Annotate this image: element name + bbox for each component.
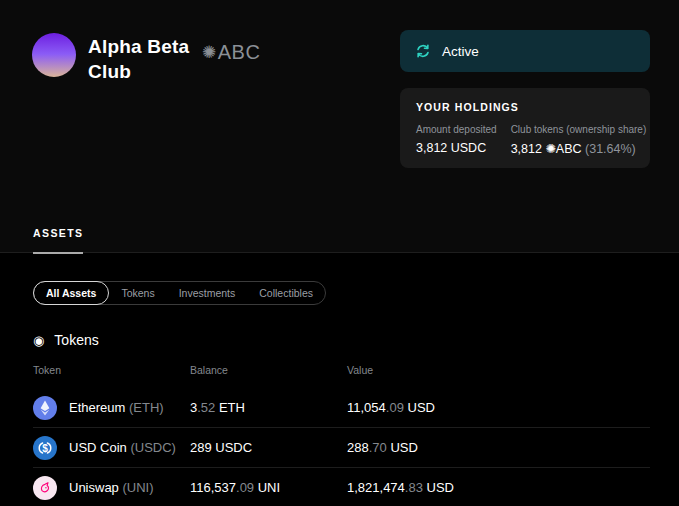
holdings-title: YOUR HOLDINGS (416, 101, 634, 113)
token-ticker: (UNI) (122, 480, 153, 495)
column-header-token: Token (33, 364, 190, 376)
filter-tokens[interactable]: Tokens (109, 281, 166, 305)
asset-filter-group: All Assets Tokens Investments Collectibl… (33, 281, 326, 305)
column-header-balance: Balance (190, 364, 347, 376)
tokens-section-title: Tokens (54, 332, 98, 348)
token-value: 288.70 USD (347, 440, 650, 455)
status-button[interactable]: Active (400, 30, 650, 72)
amount-deposited-value: 3,812 USDC (416, 141, 497, 155)
token-symbol-label: ABC (218, 41, 261, 64)
token-name: Ethereum (ETH) (69, 400, 164, 415)
filter-investments[interactable]: Investments (167, 281, 248, 305)
svg-text:$: $ (42, 442, 48, 453)
club-page: Alpha Beta Club ✺ABC Active YOUR HOLDING… (0, 0, 679, 506)
amount-deposited: Amount deposited 3,812 USDC (416, 124, 497, 156)
token-value: 11,054.09 USD (347, 400, 650, 415)
club-token-symbol: ✺ABC (202, 41, 260, 64)
page-title: Alpha Beta Club (88, 34, 210, 84)
tokens-section-header: ◉ Tokens (33, 332, 99, 348)
uniswap-icon (33, 476, 57, 500)
target-icon: ◉ (33, 334, 44, 347)
token-value: 1,821,474.83 USD (347, 480, 650, 495)
token-name: Uniswap (UNI) (69, 480, 154, 495)
column-header-value: Value (347, 364, 650, 376)
holdings-columns: Amount deposited 3,812 USDC Club tokens … (416, 124, 634, 156)
table-row-uniswap: Uniswap (UNI) 116,537.09 UNI 1,821,474.8… (33, 467, 650, 506)
table-row-usd-coin: $ USD Coin (USDC) 289 USDC 288.70 USD (33, 427, 650, 467)
club-tokens-value: 3,812 ✺ABC (31.64%) (511, 141, 647, 156)
token-ticker: (USDC) (130, 440, 176, 455)
token-name: USD Coin (USDC) (69, 440, 176, 455)
club-avatar (32, 33, 76, 77)
table-header-row: Token Balance Value (33, 364, 650, 388)
club-tokens-label: Club tokens (ownership share) (511, 124, 647, 135)
your-holdings-card: YOUR HOLDINGS Amount deposited 3,812 USD… (400, 88, 650, 168)
tab-assets[interactable]: ASSETS (33, 227, 83, 254)
token-cell: Uniswap (UNI) (33, 476, 190, 500)
token-cell: Ethereum (ETH) (33, 396, 190, 420)
table-row-ethereum: Ethereum (ETH) 3.52 ETH 11,054.09 USD (33, 388, 650, 427)
token-balance: 3.52 ETH (190, 400, 347, 415)
tokens-table: Token Balance Value Ethereum (ETH) 3.52 … (33, 364, 650, 506)
ownership-share: (31.64%) (585, 142, 636, 156)
filter-collectibles[interactable]: Collectibles (247, 281, 325, 305)
token-cell: $ USD Coin (USDC) (33, 436, 190, 460)
usd-coin-icon: $ (33, 436, 57, 460)
status-label: Active (442, 44, 479, 59)
starburst-icon: ✺ (202, 44, 217, 61)
token-balance: 289 USDC (190, 440, 347, 455)
club-tokens: Club tokens (ownership share) 3,812 ✺ABC… (511, 124, 647, 156)
filter-all-assets[interactable]: All Assets (33, 281, 109, 305)
ethereum-icon (33, 396, 57, 420)
token-balance: 116,537.09 UNI (190, 480, 347, 495)
refresh-icon (415, 43, 431, 59)
token-ticker: (ETH) (129, 400, 164, 415)
amount-deposited-label: Amount deposited (416, 124, 497, 135)
